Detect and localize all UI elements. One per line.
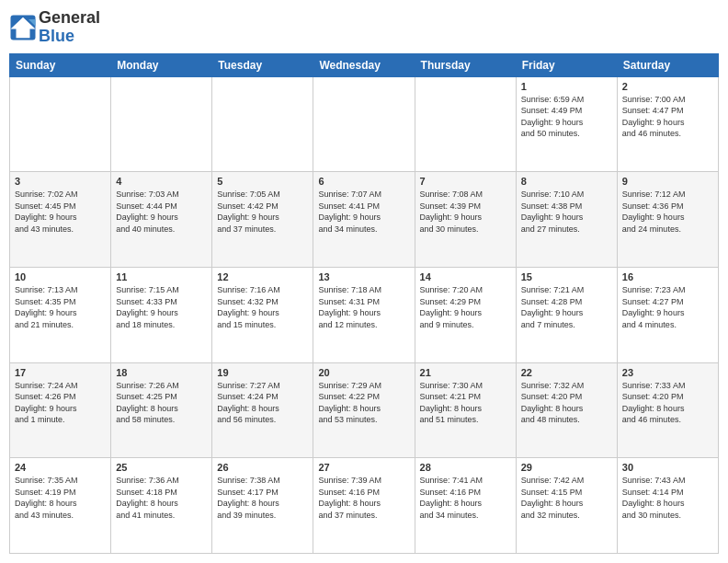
calendar-cell: 24Sunrise: 7:35 AM Sunset: 4:19 PM Dayli…: [10, 458, 111, 554]
calendar-cell: 2Sunrise: 7:00 AM Sunset: 4:47 PM Daylig…: [617, 76, 718, 172]
day-info: Sunrise: 7:23 AM Sunset: 4:27 PM Dayligh…: [622, 284, 713, 330]
day-number: 13: [318, 271, 409, 282]
day-number: 24: [15, 462, 106, 473]
day-header-tuesday: Tuesday: [212, 53, 313, 76]
calendar-cell: 21Sunrise: 7:30 AM Sunset: 4:21 PM Dayli…: [415, 362, 516, 458]
day-info: Sunrise: 7:16 AM Sunset: 4:32 PM Dayligh…: [217, 284, 308, 330]
day-header-wednesday: Wednesday: [313, 53, 415, 76]
calendar-cell: 5Sunrise: 7:05 AM Sunset: 4:42 PM Daylig…: [212, 172, 313, 268]
day-number: 15: [521, 271, 612, 282]
day-info: Sunrise: 7:43 AM Sunset: 4:14 PM Dayligh…: [622, 475, 713, 521]
day-info: Sunrise: 7:36 AM Sunset: 4:18 PM Dayligh…: [116, 475, 207, 521]
calendar-cell: 1Sunrise: 6:59 AM Sunset: 4:49 PM Daylig…: [516, 76, 617, 172]
calendar-cell: 3Sunrise: 7:02 AM Sunset: 4:45 PM Daylig…: [10, 172, 111, 268]
calendar-cell: 22Sunrise: 7:32 AM Sunset: 4:20 PM Dayli…: [516, 362, 617, 458]
day-info: Sunrise: 7:08 AM Sunset: 4:39 PM Dayligh…: [420, 189, 511, 235]
day-number: 29: [521, 462, 612, 473]
logo-icon: [9, 14, 37, 41]
day-info: Sunrise: 7:26 AM Sunset: 4:25 PM Dayligh…: [116, 380, 207, 426]
day-number: 11: [116, 271, 207, 282]
header: GeneralBlue: [9, 9, 719, 46]
calendar-cell: 23Sunrise: 7:33 AM Sunset: 4:20 PM Dayli…: [617, 362, 718, 458]
calendar-cell: 7Sunrise: 7:08 AM Sunset: 4:39 PM Daylig…: [415, 172, 516, 268]
calendar-cell: 12Sunrise: 7:16 AM Sunset: 4:32 PM Dayli…: [212, 267, 313, 362]
day-number: 19: [217, 367, 308, 378]
day-number: 1: [521, 81, 612, 92]
calendar-cell: 6Sunrise: 7:07 AM Sunset: 4:41 PM Daylig…: [313, 172, 415, 268]
calendar-cell: 29Sunrise: 7:42 AM Sunset: 4:15 PM Dayli…: [516, 458, 617, 554]
day-number: 28: [420, 462, 511, 473]
day-number: 4: [116, 176, 207, 187]
day-number: 18: [116, 367, 207, 378]
calendar-cell: 16Sunrise: 7:23 AM Sunset: 4:27 PM Dayli…: [617, 267, 718, 362]
day-info: Sunrise: 7:33 AM Sunset: 4:20 PM Dayligh…: [622, 380, 713, 426]
day-info: Sunrise: 7:00 AM Sunset: 4:47 PM Dayligh…: [622, 94, 713, 140]
calendar-cell: 4Sunrise: 7:03 AM Sunset: 4:44 PM Daylig…: [111, 172, 212, 268]
calendar-cell: [111, 76, 212, 172]
day-number: 26: [217, 462, 308, 473]
calendar-cell: [313, 76, 415, 172]
calendar-cell: 8Sunrise: 7:10 AM Sunset: 4:38 PM Daylig…: [516, 172, 617, 268]
day-info: Sunrise: 7:39 AM Sunset: 4:16 PM Dayligh…: [318, 475, 409, 521]
calendar-cell: [212, 76, 313, 172]
day-number: 2: [622, 81, 713, 92]
day-info: Sunrise: 7:29 AM Sunset: 4:22 PM Dayligh…: [318, 380, 409, 426]
day-number: 20: [318, 367, 409, 378]
day-number: 25: [116, 462, 207, 473]
day-header-saturday: Saturday: [617, 53, 718, 76]
day-number: 21: [420, 367, 511, 378]
day-info: Sunrise: 7:27 AM Sunset: 4:24 PM Dayligh…: [217, 380, 308, 426]
day-header-sunday: Sunday: [10, 53, 111, 76]
calendar-cell: [10, 76, 111, 172]
calendar-cell: 25Sunrise: 7:36 AM Sunset: 4:18 PM Dayli…: [111, 458, 212, 554]
day-number: 8: [521, 176, 612, 187]
calendar-cell: 13Sunrise: 7:18 AM Sunset: 4:31 PM Dayli…: [313, 267, 415, 362]
day-number: 16: [622, 271, 713, 282]
calendar-cell: 28Sunrise: 7:41 AM Sunset: 4:16 PM Dayli…: [415, 458, 516, 554]
day-number: 3: [15, 176, 106, 187]
calendar-cell: 15Sunrise: 7:21 AM Sunset: 4:28 PM Dayli…: [516, 267, 617, 362]
day-info: Sunrise: 7:41 AM Sunset: 4:16 PM Dayligh…: [420, 475, 511, 521]
day-info: Sunrise: 7:38 AM Sunset: 4:17 PM Dayligh…: [217, 475, 308, 521]
calendar-cell: 20Sunrise: 7:29 AM Sunset: 4:22 PM Dayli…: [313, 362, 415, 458]
day-number: 9: [622, 176, 713, 187]
day-number: 7: [420, 176, 511, 187]
day-info: Sunrise: 7:03 AM Sunset: 4:44 PM Dayligh…: [116, 189, 207, 235]
calendar-cell: 17Sunrise: 7:24 AM Sunset: 4:26 PM Dayli…: [10, 362, 111, 458]
calendar-cell: 11Sunrise: 7:15 AM Sunset: 4:33 PM Dayli…: [111, 267, 212, 362]
day-header-thursday: Thursday: [415, 53, 516, 76]
day-info: Sunrise: 7:02 AM Sunset: 4:45 PM Dayligh…: [15, 189, 106, 235]
day-number: 6: [318, 176, 409, 187]
day-info: Sunrise: 7:42 AM Sunset: 4:15 PM Dayligh…: [521, 475, 612, 521]
week-row-1: 3Sunrise: 7:02 AM Sunset: 4:45 PM Daylig…: [10, 172, 719, 268]
day-info: Sunrise: 7:12 AM Sunset: 4:36 PM Dayligh…: [622, 189, 713, 235]
day-number: 22: [521, 367, 612, 378]
day-info: Sunrise: 7:10 AM Sunset: 4:38 PM Dayligh…: [521, 189, 612, 235]
calendar-header-row: SundayMondayTuesdayWednesdayThursdayFrid…: [10, 53, 719, 76]
day-info: Sunrise: 7:30 AM Sunset: 4:21 PM Dayligh…: [420, 380, 511, 426]
week-row-4: 24Sunrise: 7:35 AM Sunset: 4:19 PM Dayli…: [10, 458, 719, 554]
day-number: 5: [217, 176, 308, 187]
day-info: Sunrise: 7:13 AM Sunset: 4:35 PM Dayligh…: [15, 284, 106, 330]
day-info: Sunrise: 7:18 AM Sunset: 4:31 PM Dayligh…: [318, 284, 409, 330]
day-info: Sunrise: 6:59 AM Sunset: 4:49 PM Dayligh…: [521, 94, 612, 140]
calendar-cell: [415, 76, 516, 172]
day-header-monday: Monday: [111, 53, 212, 76]
calendar-cell: 26Sunrise: 7:38 AM Sunset: 4:17 PM Dayli…: [212, 458, 313, 554]
day-number: 27: [318, 462, 409, 473]
week-row-2: 10Sunrise: 7:13 AM Sunset: 4:35 PM Dayli…: [10, 267, 719, 362]
calendar-cell: 30Sunrise: 7:43 AM Sunset: 4:14 PM Dayli…: [617, 458, 718, 554]
day-info: Sunrise: 7:05 AM Sunset: 4:42 PM Dayligh…: [217, 189, 308, 235]
day-info: Sunrise: 7:32 AM Sunset: 4:20 PM Dayligh…: [521, 380, 612, 426]
calendar-cell: 9Sunrise: 7:12 AM Sunset: 4:36 PM Daylig…: [617, 172, 718, 268]
logo-general: General: [39, 9, 100, 28]
day-info: Sunrise: 7:20 AM Sunset: 4:29 PM Dayligh…: [420, 284, 511, 330]
calendar-cell: 19Sunrise: 7:27 AM Sunset: 4:24 PM Dayli…: [212, 362, 313, 458]
day-number: 17: [15, 367, 106, 378]
calendar-cell: 10Sunrise: 7:13 AM Sunset: 4:35 PM Dayli…: [10, 267, 111, 362]
week-row-3: 17Sunrise: 7:24 AM Sunset: 4:26 PM Dayli…: [10, 362, 719, 458]
day-info: Sunrise: 7:21 AM Sunset: 4:28 PM Dayligh…: [521, 284, 612, 330]
calendar-cell: 14Sunrise: 7:20 AM Sunset: 4:29 PM Dayli…: [415, 267, 516, 362]
page: GeneralBlue SundayMondayTuesdayWednesday…: [0, 0, 728, 563]
week-row-0: 1Sunrise: 6:59 AM Sunset: 4:49 PM Daylig…: [10, 76, 719, 172]
